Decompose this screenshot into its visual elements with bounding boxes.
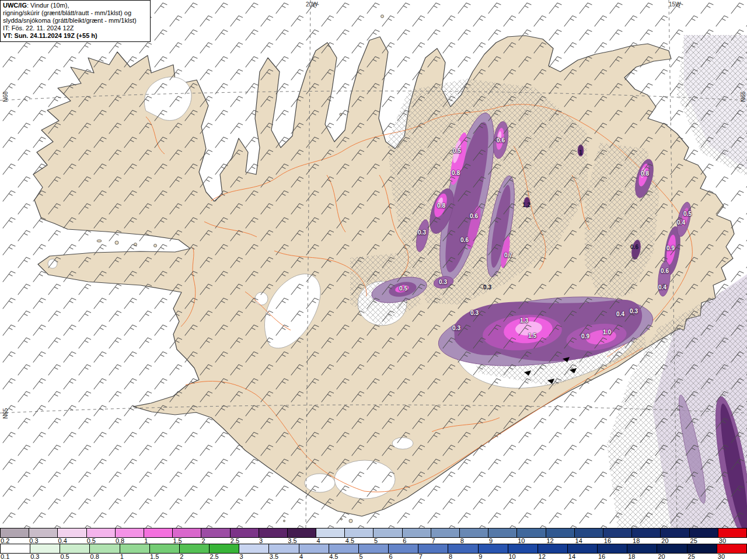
colorbar-segment xyxy=(479,544,508,553)
colorbar-tick-label: 20 xyxy=(661,538,668,544)
colorbar-segment xyxy=(598,544,627,553)
colorbar-segment xyxy=(173,528,201,537)
colorbar-segment xyxy=(687,544,717,553)
colorbar-tick-label: 10 xyxy=(508,554,515,559)
colorbar-tick-label: 10 xyxy=(518,538,525,544)
colorbar-segment xyxy=(546,528,575,537)
weather-chart-page: 0.50.80.60.80.60.30.61.210.70.30.50.30.3… xyxy=(0,0,747,560)
colorbar-segment xyxy=(90,544,120,553)
colorbar-tick-label: 8 xyxy=(449,554,452,559)
colorbar-tick-label: 0.4 xyxy=(58,538,67,544)
colorbar-segment xyxy=(374,528,402,537)
colorbar-tick-label: 4.5 xyxy=(329,554,338,559)
info-line-init-time: IT: Fös. 22. 11. 2024 12Z xyxy=(3,24,148,32)
colorbar-tick-label: 1 xyxy=(120,554,124,559)
info-line-3: slydda/snjókoma (grátt/bleikt/grænt - mm… xyxy=(3,17,148,24)
colorbar-tick-label: 14 xyxy=(568,554,575,559)
colorbar-segment xyxy=(431,528,460,537)
colorbar-tick-label: 4 xyxy=(299,554,303,559)
colorbar-tick-label: 16 xyxy=(598,554,605,559)
colorbar-segment xyxy=(201,528,230,537)
colorbar-segment xyxy=(239,544,269,553)
colorbar-segment xyxy=(1,528,29,537)
colorbar-tick-label: 9 xyxy=(479,554,482,559)
colorbar-segment xyxy=(120,544,150,553)
colorbar-tick-label: 16 xyxy=(604,538,611,544)
colorbar-segment xyxy=(345,528,374,537)
colorbar-segment xyxy=(329,544,359,553)
colorbar-tick-label: 3 xyxy=(240,554,243,559)
colorbar-tick-label: 0.5 xyxy=(87,538,96,544)
colorbar-tick-label: 30 xyxy=(718,554,725,559)
colorbar-segment xyxy=(661,528,689,537)
colorbar-tick-label: 1.5 xyxy=(173,538,181,544)
colorbar-tick-label: 18 xyxy=(633,538,640,544)
colorbar-tick-label: 6 xyxy=(389,554,393,559)
colorbar-segment xyxy=(299,544,329,553)
model-name: UWC/IG xyxy=(3,2,27,9)
colorbar-tick-label: 0.1 xyxy=(1,554,9,559)
forecast-info-box: UWC/IG: Vindur (10m), rigning/skúrir (gr… xyxy=(0,0,151,42)
colorbar-tick-label: 5 xyxy=(359,554,362,559)
colorbar-segment xyxy=(603,528,632,537)
colorbar-segment xyxy=(718,528,746,537)
colorbar-segment xyxy=(632,528,661,537)
colorbar-segment xyxy=(657,544,687,553)
snow-sleet-colorbar-labels: 0.20.30.40.50.811.522.533.544.5567891012… xyxy=(0,538,747,544)
colorbar-tick-label: 6 xyxy=(403,538,406,544)
colorbar-tick-label: 7 xyxy=(431,538,435,544)
colorbar-segment xyxy=(538,544,568,553)
colorbar-tick-label: 12 xyxy=(539,554,546,559)
colorbar-segment xyxy=(231,528,259,537)
colorbar-tick-label: 0.5 xyxy=(60,554,69,559)
colorbar-segment xyxy=(29,528,58,537)
colorbar-tick-label: 3 xyxy=(259,538,263,544)
colorbar-segment xyxy=(144,528,173,537)
colorbar-segment xyxy=(150,544,180,553)
colorbar-segment xyxy=(180,544,210,553)
colorbar-segment xyxy=(210,544,239,553)
weather-map xyxy=(0,0,747,528)
colorbar-segment xyxy=(627,544,657,553)
snow-sleet-colorbar xyxy=(0,528,747,538)
colorbar-tick-label: 30 xyxy=(719,538,726,544)
colorbar-tick-label: 18 xyxy=(628,554,635,559)
info-line-2: rigning/skúrir (grænt/blátt/rautt - mm/1… xyxy=(3,9,148,17)
colorbar-tick-label: 2 xyxy=(180,554,183,559)
colorbar-segment xyxy=(389,544,418,553)
colorbar-tick-label: 9 xyxy=(489,538,493,544)
colorbar-tick-label: 20 xyxy=(658,554,665,559)
colorbar-segment xyxy=(517,528,546,537)
colorbar-tick-label: 2.5 xyxy=(231,538,239,544)
colorbar-tick-label: 2 xyxy=(202,538,205,544)
colorbar-segment xyxy=(1,544,30,553)
colorbar-tick-label: 0.8 xyxy=(116,538,124,544)
colorbar-segment xyxy=(418,544,448,553)
colorbar-segment xyxy=(259,528,288,537)
colorbar-tick-label: 5 xyxy=(374,538,378,544)
colorbar-segment xyxy=(316,528,345,537)
colorbar-tick-label: 25 xyxy=(688,554,695,559)
info-line-valid-time: VT: Sun. 24.11.2024 19Z (+55 h) xyxy=(3,32,148,40)
colorbar-legend: 0.20.30.40.50.811.522.533.544.5567891012… xyxy=(0,528,747,560)
colorbar-tick-label: 0.2 xyxy=(1,538,9,544)
colorbar-segment xyxy=(87,528,116,537)
colorbar-segment xyxy=(717,544,746,553)
wind-barb-field xyxy=(0,0,747,528)
colorbar-tick-label: 4.5 xyxy=(345,538,354,544)
info-line-1: UWC/IG: Vindur (10m), xyxy=(3,2,148,9)
colorbar-segment xyxy=(30,544,60,553)
colorbar-segment xyxy=(359,544,389,553)
colorbar-segment xyxy=(269,544,299,553)
colorbar-tick-label: 12 xyxy=(546,538,553,544)
colorbar-segment xyxy=(460,528,488,537)
colorbar-segment xyxy=(488,528,517,537)
colorbar-tick-label: 0.3 xyxy=(30,554,39,559)
colorbar-segment xyxy=(288,528,316,537)
colorbar-segment xyxy=(403,528,431,537)
colorbar-tick-label: 2.5 xyxy=(210,554,218,559)
colorbar-tick-label: 7 xyxy=(419,554,423,559)
colorbar-segment xyxy=(690,528,718,537)
colorbar-tick-label: 4 xyxy=(317,538,320,544)
colorbar-segment xyxy=(116,528,144,537)
